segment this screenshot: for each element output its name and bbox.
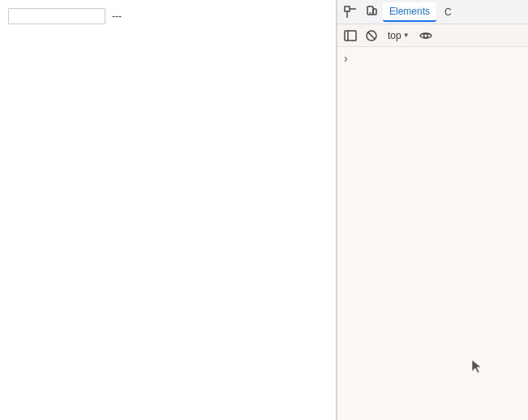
- sidebar-toggle-button[interactable]: [341, 26, 360, 45]
- left-panel: ---: [0, 0, 337, 420]
- eye-toggle-button[interactable]: [416, 26, 436, 45]
- top-dropdown-label: top: [388, 30, 401, 41]
- dropdown-arrow-icon: ▼: [403, 32, 410, 39]
- chevron-right-icon[interactable]: ›: [341, 50, 351, 66]
- svg-rect-4: [373, 9, 376, 15]
- text-input[interactable]: [8, 8, 105, 24]
- svg-line-9: [368, 32, 376, 39]
- devtools-tab-bar: Elements C: [337, 0, 528, 24]
- inspect-icon-button[interactable]: [341, 2, 360, 22]
- devtools-content: ›: [337, 47, 528, 420]
- device-mode-icon-button[interactable]: [362, 2, 381, 22]
- devtools-panel: Elements C top ▼: [337, 0, 528, 420]
- dash-label: ---: [112, 11, 122, 22]
- page-content: ---: [8, 8, 328, 24]
- tab-console[interactable]: C: [438, 3, 458, 21]
- top-dropdown[interactable]: top ▼: [383, 28, 414, 43]
- cursor-indicator: [470, 358, 483, 371]
- svg-rect-6: [345, 31, 356, 41]
- svg-point-10: [423, 33, 427, 37]
- tab-elements[interactable]: Elements: [383, 2, 436, 22]
- block-toggle-button[interactable]: [362, 26, 381, 45]
- svg-rect-0: [345, 6, 350, 11]
- devtools-toolbar: top ▼: [337, 24, 528, 47]
